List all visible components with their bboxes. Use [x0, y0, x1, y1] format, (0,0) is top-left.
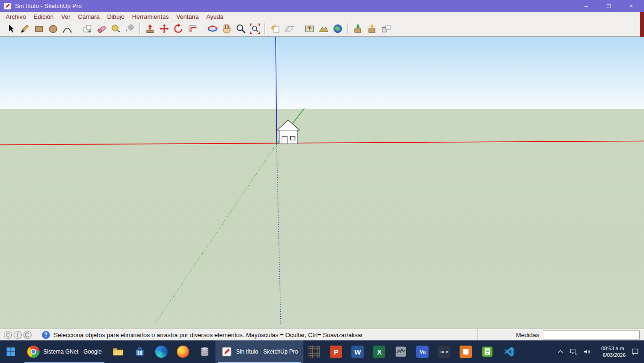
file-explorer-button[interactable]: [107, 340, 129, 363]
pan-tool-button[interactable]: [220, 22, 234, 35]
menu-archivo[interactable]: Archivo: [2, 13, 30, 21]
toggle-terrain-button[interactable]: [317, 22, 331, 35]
offset-tool-button[interactable]: [185, 22, 199, 35]
axis-blue-solid: [276, 37, 277, 144]
arc-tool-icon: [62, 23, 73, 34]
help-icon[interactable]: ?: [42, 331, 50, 339]
system-tray: 08:53 a.m. 6/03/2026: [552, 340, 644, 363]
va-app-button[interactable]: Va: [412, 340, 433, 363]
taskbar-clock[interactable]: 08:53 a.m. 6/03/2026: [596, 345, 626, 359]
minimize-button[interactable]: –: [583, 2, 589, 9]
make-component-button[interactable]: [80, 22, 95, 35]
menu-dibujo[interactable]: Dibujo: [103, 13, 128, 21]
screen: Sin título - SketchUp Pro – □ × Archivo …: [0, 0, 644, 363]
add-location-button[interactable]: [302, 22, 317, 35]
arc-tool-button[interactable]: [60, 22, 74, 35]
pan-tool-icon: [221, 23, 232, 34]
orbit-tool-button[interactable]: [206, 22, 220, 35]
window-title: Sin título - SketchUp Pro: [15, 3, 82, 9]
rectangle-tool-button[interactable]: [32, 22, 46, 35]
claim-credit-icon[interactable]: [23, 330, 32, 340]
clock-date: 6/03/2026: [596, 352, 626, 358]
network-tray-button[interactable]: [569, 347, 578, 356]
start-button[interactable]: [0, 340, 22, 363]
green-app-button[interactable]: [477, 340, 498, 363]
tape-measure-button[interactable]: [109, 22, 123, 35]
checkered-app-button[interactable]: [303, 340, 325, 363]
maximize-button[interactable]: □: [605, 2, 612, 9]
menu-herramientas[interactable]: Herramientas: [128, 13, 173, 21]
dev-app-icon: DEV: [438, 346, 450, 358]
xampp-icon: [460, 346, 472, 358]
database-app-button[interactable]: [194, 340, 215, 363]
excel-button[interactable]: X: [368, 340, 390, 363]
firefox-button[interactable]: [172, 340, 194, 363]
components-button[interactable]: [379, 22, 393, 35]
circle-tool-button[interactable]: [46, 22, 60, 35]
make-component-icon: [82, 23, 93, 34]
sketchup-taskbar-button[interactable]: Sin título - SketchUp Pro: [215, 340, 303, 363]
menu-ventana[interactable]: Ventana: [173, 13, 203, 21]
notifications-button[interactable]: [631, 347, 639, 356]
clock-time: 08:53 a.m.: [596, 345, 626, 352]
chrome-icon: [27, 346, 40, 358]
menu-camara[interactable]: Cámara: [74, 13, 103, 21]
close-button[interactable]: ×: [628, 2, 635, 9]
powerpoint-button[interactable]: P: [325, 340, 347, 363]
store-icon: [134, 346, 146, 358]
paint-bucket-button[interactable]: [123, 22, 137, 35]
select-tool-button[interactable]: [4, 22, 18, 35]
drawing-canvas[interactable]: [0, 37, 644, 329]
edge-button[interactable]: [151, 340, 172, 363]
section-plane-button[interactable]: [282, 22, 296, 35]
line-tool-button[interactable]: [18, 22, 32, 35]
word-button[interactable]: W: [347, 340, 368, 363]
components-icon: [381, 23, 392, 34]
toolbar-separator: [139, 23, 141, 34]
zoom-tool-button[interactable]: [234, 22, 248, 35]
chevron-up-icon: [557, 348, 564, 355]
toggle-terrain-icon: [318, 23, 329, 34]
tray-expand-button[interactable]: [557, 348, 564, 355]
vscode-icon: [503, 346, 515, 358]
toolbar-separator: [299, 23, 300, 34]
rotate-tool-button[interactable]: [171, 22, 185, 35]
share-models-button[interactable]: [365, 22, 379, 35]
menu-edicion[interactable]: Edición: [30, 13, 57, 21]
get-models-button[interactable]: [351, 22, 365, 35]
google-earth-button[interactable]: [331, 22, 345, 35]
waveform-app-button[interactable]: [390, 340, 412, 363]
window-border-accent: [640, 12, 644, 37]
house-door: [282, 137, 287, 144]
vscode-button[interactable]: [498, 340, 520, 363]
eraser-tool-button[interactable]: [95, 22, 109, 35]
get-models-icon: [352, 23, 364, 34]
titlebar: Sin título - SketchUp Pro – □ ×: [0, 0, 644, 12]
menu-ayuda[interactable]: Ayuda: [202, 13, 227, 21]
rectangle-tool-icon: [33, 23, 45, 34]
volume-icon: [583, 347, 591, 356]
dev-app-button[interactable]: DEV: [433, 340, 455, 363]
zoom-extents-button[interactable]: [248, 22, 262, 35]
move-tool-button[interactable]: [157, 22, 171, 35]
push-pull-button[interactable]: [143, 22, 157, 35]
store-button[interactable]: [129, 340, 151, 363]
axis-blue-dotted: [277, 144, 281, 325]
viewport: [0, 37, 644, 329]
measurements-input[interactable]: [543, 331, 640, 339]
line-tool-icon: [19, 23, 31, 34]
previous-view-button[interactable]: [268, 22, 282, 35]
chrome-taskbar-button[interactable]: Sistema GNet - Google: [22, 340, 107, 363]
geolocation-status-icon[interactable]: [3, 330, 13, 340]
toolbar: [0, 21, 644, 37]
menu-ver[interactable]: Ver: [57, 13, 74, 21]
sketchup-logo-icon: [4, 2, 11, 10]
axis-red: [0, 141, 644, 145]
window-controls: – □ ×: [583, 2, 640, 9]
credit-attribution-icon[interactable]: [13, 330, 23, 340]
move-tool-icon: [159, 23, 170, 34]
volume-tray-button[interactable]: [583, 347, 591, 356]
house-model[interactable]: [277, 120, 300, 144]
xampp-button[interactable]: [455, 340, 477, 363]
toolbar-separator: [202, 23, 203, 34]
